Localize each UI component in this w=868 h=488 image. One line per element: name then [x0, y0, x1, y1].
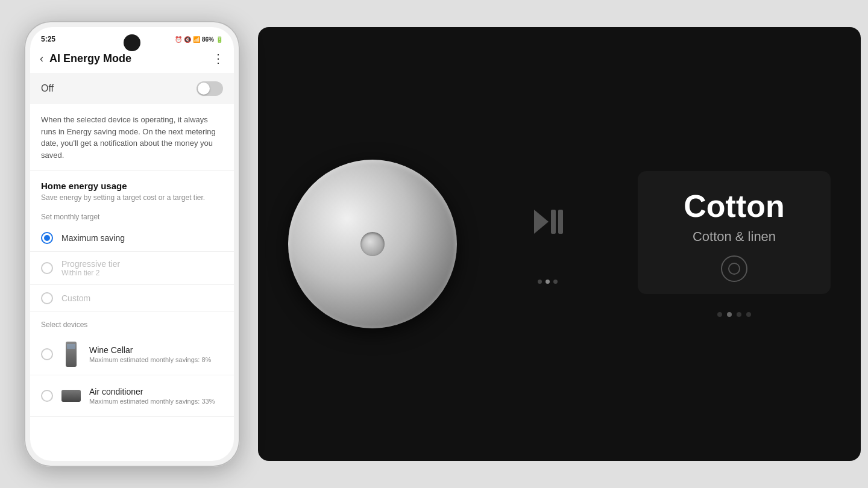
svg-marker-0	[534, 210, 549, 234]
battery-icon: 🔋	[216, 36, 223, 43]
radio-circle-wine-cellar	[41, 348, 53, 360]
panel-background: Cotton Cotton & linen	[258, 27, 861, 461]
scene: 5:25 ⏰ 🔇 📶 86% 🔋 ‹ AI Energy Mode ⋮	[0, 0, 868, 488]
toggle-label: Off	[41, 83, 54, 94]
section-subtitle-home-energy: Save energy by setting a target cost or …	[30, 193, 234, 208]
washer-panel: Cotton Cotton & linen	[258, 18, 861, 470]
back-button[interactable]: ‹	[40, 52, 43, 65]
radio-option-maximum-saving[interactable]: Maximum saving	[30, 225, 234, 252]
air-conditioner-info: Air conditioner Maximum estimated monthl…	[89, 387, 223, 405]
wine-cellar-info: Wine Cellar Maximum estimated monthly sa…	[89, 345, 223, 363]
status-icons: ⏰ 🔇 📶 86% 🔋	[175, 36, 223, 43]
radio-circle-custom	[41, 292, 53, 304]
toggle-row: Off	[30, 73, 234, 104]
bottom-dot-1	[717, 312, 722, 317]
cycle-dots	[538, 280, 558, 284]
dot-1	[538, 280, 542, 284]
bottom-dot-2	[727, 312, 732, 317]
radio-label-progressive-tier: Progressive tier	[61, 259, 120, 269]
info-panel: Cotton Cotton & linen	[608, 27, 861, 461]
dot-2	[546, 280, 550, 284]
radio-content-progressive-tier: Progressive tier Within tier 2	[61, 259, 120, 277]
mute-icon: 🔇	[184, 36, 191, 43]
radio-option-custom[interactable]: Custom	[30, 285, 234, 312]
device-row-wine-cellar[interactable]: Wine Cellar Maximum estimated monthly sa…	[30, 334, 234, 375]
washer-knob[interactable]	[288, 160, 457, 328]
bottom-dots	[717, 312, 751, 317]
devices-section-label: Select devices	[30, 312, 234, 334]
section-title-home-energy: Home energy usage	[30, 171, 234, 193]
phone: 5:25 ⏰ 🔇 📶 86% 🔋 ‹ AI Energy Mode ⋮	[24, 21, 240, 467]
radio-option-progressive-tier[interactable]: Progressive tier Within tier 2	[30, 252, 234, 285]
knob-indicator-icon	[721, 255, 747, 282]
more-button[interactable]: ⋮	[212, 51, 224, 66]
radio-circle-air-conditioner	[41, 390, 53, 402]
wine-cellar-savings: Maximum estimated monthly savings: 8%	[89, 356, 223, 363]
toggle-switch[interactable]	[197, 81, 223, 96]
description-text: When the selected device is operating, i…	[30, 104, 234, 171]
air-conditioner-savings: Maximum estimated monthly savings: 33%	[89, 398, 223, 405]
screen-content: Off When the selected device is operatin…	[30, 70, 234, 461]
dot-3	[553, 280, 558, 284]
app-title: AI Energy Mode	[49, 52, 206, 65]
info-card: Cotton Cotton & linen	[638, 171, 831, 293]
wifi-icon: 📶	[193, 36, 200, 43]
svg-rect-1	[551, 210, 556, 234]
bottom-dot-4	[746, 312, 751, 317]
phone-screen: 5:25 ⏰ 🔇 📶 86% 🔋 ‹ AI Energy Mode ⋮	[30, 27, 234, 461]
radio-circle-maximum-saving	[41, 232, 53, 244]
knob-area	[258, 27, 487, 461]
air-conditioner-icon	[61, 381, 81, 410]
knob-indicator-inner	[728, 263, 740, 275]
radio-circle-progressive-tier	[41, 262, 53, 274]
control-area	[487, 205, 608, 284]
device-row-air-conditioner[interactable]: Air conditioner Maximum estimated monthl…	[30, 375, 234, 417]
play-pause-icon[interactable]	[530, 205, 564, 243]
wine-cellar-icon	[61, 340, 81, 369]
radio-label-maximum-saving: Maximum saving	[61, 233, 125, 243]
radio-sub-progressive-tier: Within tier 2	[61, 269, 120, 277]
air-conditioner-name: Air conditioner	[89, 387, 223, 396]
sub-label-monthly-target: Set monthly target	[30, 208, 234, 225]
radio-content-custom: Custom	[61, 293, 90, 303]
phone-notch	[124, 34, 140, 51]
cycle-name: Cotton	[684, 189, 784, 224]
alarm-icon: ⏰	[175, 36, 182, 43]
cycle-subtitle: Cotton & linen	[693, 229, 776, 245]
bottom-dot-3	[737, 312, 741, 317]
status-time: 5:25	[41, 35, 55, 43]
wine-cellar-name: Wine Cellar	[89, 345, 223, 355]
battery-text: 86%	[202, 36, 214, 43]
radio-label-custom: Custom	[61, 293, 90, 303]
svg-rect-2	[558, 210, 563, 234]
radio-content-maximum-saving: Maximum saving	[61, 233, 125, 243]
